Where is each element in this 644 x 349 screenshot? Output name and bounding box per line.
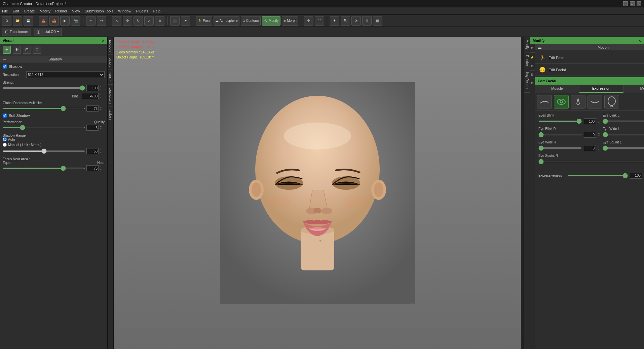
pose-button[interactable]: 🏃 Pose [196, 16, 212, 26]
menu-help[interactable]: Help [153, 9, 160, 13]
eye-blink-r-slider[interactable] [538, 134, 582, 135]
mouth-icon-btn[interactable] [588, 95, 602, 108]
misc-tool[interactable]: ⊕ [155, 16, 164, 26]
auto-radio[interactable] [3, 137, 7, 141]
rotate-tool[interactable]: ↻ [134, 16, 143, 26]
view2-button[interactable]: 🔍 [341, 16, 350, 26]
menu-view[interactable]: View [72, 9, 80, 13]
view3-button[interactable]: ⟳ [351, 16, 361, 26]
global-darkness-up-btn[interactable]: ▲ [100, 105, 105, 108]
eye-blink-r-up[interactable]: ▲ [598, 132, 600, 135]
right-vtab-2[interactable]: ⚡ [530, 53, 535, 62]
view1-button[interactable]: 👁 [330, 16, 339, 26]
edit-pose-button[interactable]: 🏃 Edit Pose [535, 52, 644, 64]
modify-facial-tab[interactable]: Modify [623, 85, 644, 93]
focus-down-btn[interactable]: ▼ [100, 168, 105, 171]
eyes-blink-down[interactable]: ▼ [598, 121, 600, 124]
manual-range-up-btn[interactable]: ▲ [100, 148, 105, 151]
eyebrow-icon-btn[interactable] [537, 95, 552, 108]
manual-range-down-btn[interactable]: ▼ [100, 151, 105, 154]
eye-squint-r-slider[interactable] [538, 161, 644, 162]
visual-tab[interactable]: Visual [108, 70, 113, 84]
focus-up-btn[interactable]: ▲ [100, 165, 105, 168]
strength-up-btn[interactable]: ▲ [100, 85, 105, 88]
menu-file[interactable]: File [2, 9, 8, 13]
expressiveness-slider[interactable] [567, 175, 628, 176]
menu-window[interactable]: Window [118, 9, 131, 13]
scene-tab[interactable]: Scene [108, 54, 113, 70]
global-darkness-down-btn[interactable]: ▼ [100, 108, 105, 112]
select-tool[interactable]: ↖ [112, 16, 121, 26]
eye-squint-l-slider[interactable] [603, 147, 644, 149]
eye-wide-r-up[interactable]: ▲ [598, 145, 600, 148]
menu-render[interactable]: Render [55, 9, 67, 13]
panel-collapse-handle[interactable] [521, 37, 524, 349]
minimize-button[interactable]: ─ [623, 1, 628, 6]
conform-button[interactable]: ⊙ Conform [241, 16, 261, 26]
morph-button[interactable]: ◈ Morph [282, 16, 298, 26]
head-icon-btn[interactable] [604, 95, 619, 108]
quality-slider[interactable] [3, 127, 85, 128]
light-tool[interactable]: ✦ [181, 16, 190, 26]
atmosphere-button[interactable]: ☁ Atmosphere [214, 16, 239, 26]
camera-tool[interactable]: 🎥 [170, 16, 180, 26]
strength-slider[interactable] [3, 87, 85, 89]
import-button[interactable]: 📥 [39, 16, 48, 26]
menu-submission-tools[interactable]: Submission Tools [85, 9, 113, 13]
shadow-checkbox[interactable] [3, 64, 7, 69]
right-vtab-5[interactable]: ⊠ [530, 79, 535, 87]
manual-range-slider[interactable] [3, 150, 85, 152]
shadow-collapse-icon[interactable]: ▬ [3, 57, 6, 61]
transformer-button[interactable]: ⊡ Transformer [2, 28, 31, 36]
bias-up-btn[interactable]: ▲ [100, 93, 105, 96]
content-tab[interactable]: Content [108, 37, 113, 54]
right-vtab-1[interactable]: ⊡ [530, 44, 535, 53]
viewport[interactable]: Project Triangle : 130556 Selected Trian… [114, 37, 521, 349]
export-button[interactable]: 📤 [49, 16, 59, 26]
settings-button[interactable]: ⚙ [304, 16, 313, 26]
maximize-button[interactable]: □ [630, 1, 635, 6]
view4-button[interactable]: ⊞ [362, 16, 372, 26]
expression-tab[interactable]: Expression [579, 85, 624, 93]
modify-side-tab[interactable]: Modify [524, 37, 530, 52]
eye-blink-r-down[interactable]: ▼ [598, 135, 600, 138]
right-vtab-4[interactable]: ⊟ [530, 71, 535, 79]
right-panel-close-button[interactable]: ✕ [638, 39, 641, 43]
menu-create[interactable]: Create [24, 9, 35, 13]
scale-tool[interactable]: ⤢ [144, 16, 154, 26]
redo-button[interactable]: ↪ [97, 16, 106, 26]
undo-button[interactable]: ↩ [86, 16, 96, 26]
menu-edit[interactable]: Edit [13, 9, 19, 13]
project-tab[interactable]: Project [108, 106, 113, 123]
iray-render-side-tab[interactable]: Iray Render [524, 69, 530, 92]
visual-object-icon-btn[interactable]: ⊙ [33, 46, 41, 54]
move-tool[interactable]: ✛ [123, 16, 132, 26]
new-file-button[interactable]: 🗋 [2, 16, 11, 26]
fullscreen-button[interactable]: ⛶ [315, 16, 324, 26]
close-button[interactable]: ✕ [637, 1, 641, 6]
render-button[interactable]: ▶ [60, 16, 70, 26]
nose-icon-btn[interactable] [571, 95, 585, 108]
strength-down-btn[interactable]: ▼ [100, 88, 105, 91]
quality-up-btn[interactable]: ▲ [100, 125, 105, 128]
visual-view-icon-btn[interactable]: 👁 [13, 46, 21, 54]
view5-button[interactable]: ▦ [373, 16, 382, 26]
soft-shadow-checkbox[interactable] [3, 114, 7, 118]
manual-radio[interactable] [3, 143, 7, 147]
bias-down-btn[interactable]: ▼ [100, 96, 105, 99]
resolution-dropdown[interactable]: 512 X 512 1024 X 1024 2048 X 2048 [26, 71, 105, 78]
menu-plugins[interactable]: Plugins [136, 9, 148, 13]
screenshot-button[interactable]: 📷 [71, 16, 80, 26]
open-file-button[interactable]: 📂 [13, 16, 22, 26]
eyes-blink-slider[interactable] [538, 121, 582, 122]
muscle-tab[interactable]: Muscle [535, 85, 579, 93]
visual-layers-icon-btn[interactable]: ⊟ [23, 46, 31, 54]
edit-facial-motion-button[interactable]: 😊 Edit Facial [535, 64, 644, 76]
quality-down-btn[interactable]: ▼ [100, 128, 105, 131]
insta-lod-button[interactable]: ◫ InstaLOD ▾ [34, 28, 62, 36]
eye-wide-r-slider[interactable] [538, 147, 582, 149]
save-file-button[interactable]: 💾 [24, 16, 33, 26]
eye-wide-r-down[interactable]: ▼ [598, 148, 600, 151]
eye-blink-l-slider[interactable] [603, 121, 644, 122]
eyes-blink-up[interactable]: ▲ [598, 118, 600, 121]
